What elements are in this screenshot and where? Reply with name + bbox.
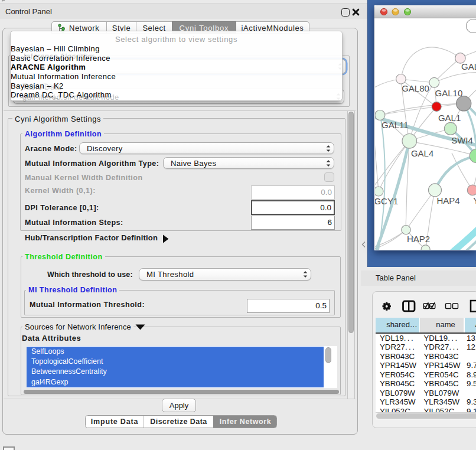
svg-text:GAL1: GAL1 [438, 113, 461, 123]
svg-text:SWI4: SWI4 [451, 135, 473, 145]
svg-text:HAP4: HAP4 [436, 195, 459, 206]
svg-text:GAL10: GAL10 [435, 88, 463, 98]
svg-text:GAL4: GAL4 [411, 148, 433, 158]
svg-text:GCY1: GCY1 [375, 196, 398, 206]
svg-text:GAL2: GAL2 [461, 61, 476, 71]
svg-text:GAL80: GAL80 [402, 83, 429, 93]
svg-text:GAL11: GAL11 [382, 120, 409, 130]
svg-text:HAP2: HAP2 [407, 234, 430, 244]
svg-text:YJ: YJ [473, 195, 476, 206]
